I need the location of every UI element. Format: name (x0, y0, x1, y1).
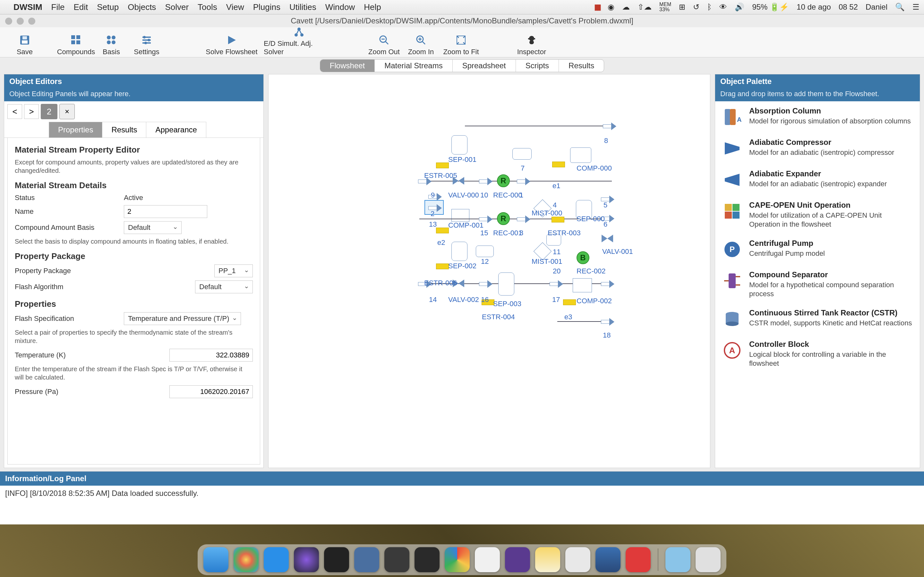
menu-setup[interactable]: Setup (97, 2, 119, 12)
flowsheet-label[interactable]: MIST-001 (531, 258, 562, 266)
stream-arrow-icon[interactable] (549, 280, 564, 287)
dock-photos-icon[interactable] (234, 547, 258, 572)
flowsheet-label[interactable]: 10 (480, 191, 488, 199)
flowsheet-label[interactable]: COMP-000 (577, 164, 612, 172)
flowsheet-label[interactable]: VALV-002 (448, 295, 479, 304)
flowsheet-label[interactable]: 2 (431, 210, 435, 218)
stream-arrow-icon[interactable] (428, 193, 443, 200)
menu-edit[interactable]: Edit (73, 2, 88, 12)
compounds-button[interactable]: Compounds (58, 29, 94, 56)
flowsheet-label[interactable]: REC-001 (493, 229, 522, 237)
stream-arrow-icon[interactable] (603, 122, 617, 129)
flowsheet-label[interactable]: VALV-000 (448, 191, 479, 199)
flowsheet-label[interactable]: 5 (604, 201, 607, 210)
name-input[interactable] (124, 205, 207, 218)
press-input[interactable] (170, 385, 253, 398)
flowsheet-label[interactable]: 9 (431, 191, 435, 199)
battery-indicator[interactable]: 95% 🔋⚡ (752, 3, 789, 11)
unit-rec-002[interactable]: B (577, 251, 590, 264)
palette-item[interactable]: PCentrifugal PumpCentrifugal Pump model (715, 234, 920, 265)
flowsheet-label[interactable]: REC-000 (493, 191, 522, 199)
tab-material-streams[interactable]: Material Streams (375, 60, 452, 72)
dock-app-icon[interactable] (354, 547, 379, 572)
editor-tab-close[interactable]: × (59, 104, 75, 119)
flowsheet-label[interactable]: 18 (603, 331, 611, 340)
palette-item[interactable]: Adiabatic CompressorModel for an adiabat… (715, 133, 920, 164)
flowsheet-label[interactable]: 13 (429, 220, 437, 229)
solve-flowsheet-button[interactable]: Solve Flowsheet (203, 29, 260, 56)
dock-trash-icon[interactable] (696, 547, 720, 572)
tab-scripts[interactable]: Scripts (516, 60, 559, 72)
unit-hex-12[interactable] (476, 245, 494, 257)
energy-stream-icon[interactable] (552, 161, 565, 167)
stream-arrow-icon[interactable] (479, 280, 493, 287)
mem-indicator[interactable]: MEM 33% (659, 2, 671, 12)
energy-stream-icon[interactable] (551, 217, 564, 222)
dock-finder-icon[interactable] (204, 547, 228, 572)
menu-help[interactable]: Help (364, 2, 381, 12)
menu-window[interactable]: Window (325, 2, 355, 12)
flowsheet-label[interactable]: 11 (553, 248, 561, 256)
editor-nav-prev[interactable]: < (7, 104, 22, 119)
flowsheet-label[interactable]: 7 (521, 164, 525, 172)
menubar-time[interactable]: 08 52 (838, 3, 858, 11)
macos-dock[interactable] (198, 544, 726, 575)
menu-file[interactable]: File (51, 2, 65, 12)
flowsheet-label[interactable]: 12 (481, 258, 489, 266)
flowsheet-label[interactable]: 14 (429, 295, 437, 304)
save-button[interactable]: Save (7, 29, 42, 56)
flowsheet-label[interactable]: e2 (437, 239, 445, 247)
flowsheet-label[interactable]: 4 (553, 201, 557, 210)
menubar-user[interactable]: Daniel (866, 3, 887, 11)
basis-select[interactable]: Default (124, 221, 182, 234)
zoom-fit-button[interactable]: Zoom to Fit (440, 29, 482, 56)
editor-tab-properties[interactable]: Properties (49, 122, 102, 137)
flowsheet-label[interactable]: 1 (519, 191, 523, 199)
stream-arrow-icon[interactable] (601, 195, 615, 203)
palette-list[interactable]: ABAbsorption ColumnModel for rigorous si… (715, 101, 920, 468)
editor-tab-appearance[interactable]: Appearance (146, 122, 206, 137)
bluetooth-icon[interactable]: ᛒ (707, 3, 712, 11)
zoom-window-icon[interactable] (28, 18, 35, 25)
flowsheet-label[interactable]: 15 (480, 229, 488, 237)
flowsheet-label[interactable]: 3 (519, 229, 523, 237)
close-window-icon[interactable] (5, 18, 12, 25)
flowsheet-label[interactable]: ESTR-005 (424, 171, 457, 180)
dock-dwsim-icon[interactable] (626, 547, 651, 572)
flash-select[interactable]: Default (195, 280, 253, 293)
grid-icon[interactable]: ⊞ (679, 3, 685, 11)
flowsheet-label[interactable]: COMP-001 (448, 221, 483, 229)
flowsheet-label[interactable]: COMP-002 (577, 297, 612, 305)
flowsheet-label[interactable]: 20 (553, 267, 561, 276)
palette-item[interactable]: CAPE-OPEN Unit OperationModel for utiliz… (715, 195, 920, 234)
menubar-date[interactable]: 10 de ago (796, 3, 831, 11)
unit-comp-002[interactable] (573, 278, 592, 292)
dock-folder-icon[interactable] (666, 547, 690, 572)
energy-stream-icon[interactable] (436, 227, 449, 234)
menu-solver[interactable]: Solver (165, 2, 189, 12)
fspec-select[interactable]: Temperature and Pressure (T/P) (124, 312, 241, 325)
stream-arrow-icon[interactable] (601, 318, 615, 325)
flowsheet-label[interactable]: MIST-000 (531, 209, 562, 218)
dock-app-icon-3[interactable] (475, 547, 500, 572)
stream-arrow-icon[interactable] (601, 280, 615, 287)
flowsheet-label[interactable]: ESTR-006 (424, 279, 457, 287)
editor-tab-results[interactable]: Results (102, 122, 146, 137)
flowsheet-label[interactable]: SEP-001 (448, 155, 477, 164)
palette-item[interactable]: Adiabatic ExpanderModel for an adiabatic… (715, 164, 920, 195)
energy-stream-icon[interactable] (436, 163, 449, 168)
menu-utilities[interactable]: Utilities (289, 2, 317, 12)
cloud-icon[interactable]: ☁ (622, 3, 630, 11)
unit-sep-003[interactable] (498, 272, 514, 295)
unit-hex-7[interactable] (512, 148, 531, 160)
menu-objects[interactable]: Objects (128, 2, 156, 12)
energy-stream-icon[interactable] (563, 300, 576, 305)
unit-sep-001[interactable] (451, 135, 467, 155)
temp-input[interactable] (170, 349, 253, 362)
pp-select[interactable]: PP_1 (214, 264, 253, 277)
flowsheet-label[interactable]: SEP-003 (493, 300, 521, 308)
unit-sep-002[interactable] (451, 242, 467, 261)
flowsheet-label[interactable]: VALV-001 (602, 247, 633, 256)
menu-plugins[interactable]: Plugins (253, 2, 280, 12)
stream-arrow-icon[interactable] (517, 215, 531, 222)
